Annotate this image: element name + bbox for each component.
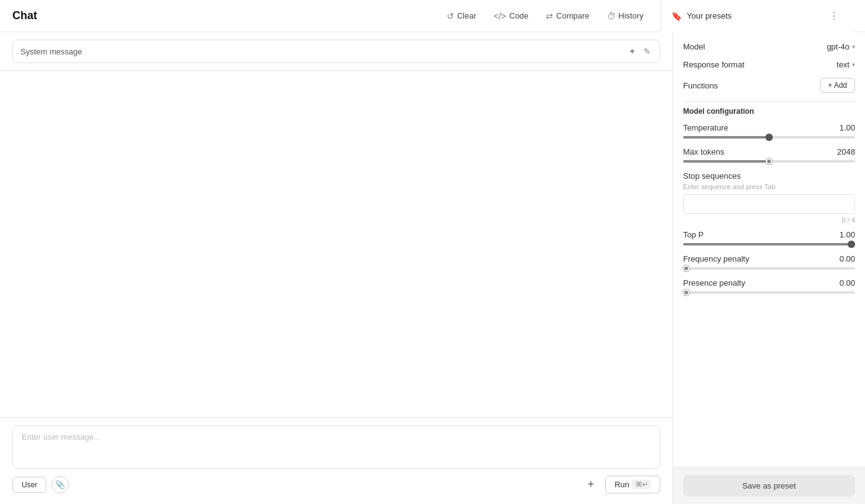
model-config-heading: Model configuration: [683, 107, 855, 116]
max-tokens-fill: [683, 160, 769, 163]
model-row: Model gpt-4o ▾: [683, 42, 855, 51]
system-message-actions: ✦ ✎: [627, 45, 652, 58]
stop-sequences-container: Stop sequences Enter sequence and press …: [683, 171, 855, 224]
temperature-label: Temperature: [683, 123, 728, 132]
temperature-value: 1.00: [840, 123, 855, 132]
system-message-container: System message ✦ ✎: [0, 32, 673, 71]
presence-penalty-row: Presence penalty 0.00: [683, 278, 855, 288]
presence-penalty-container: Presence penalty 0.00: [683, 278, 855, 294]
temperature-thumb[interactable]: [765, 134, 773, 141]
code-button[interactable]: </> Code: [486, 7, 536, 25]
response-format-value-group: text ▾: [837, 60, 855, 69]
frequency-penalty-label: Frequency penalty: [683, 254, 749, 263]
top-p-track[interactable]: [683, 243, 855, 246]
stop-sequences-hint: Enter sequence and press Tab: [683, 183, 855, 190]
frequency-penalty-container: Frequency penalty 0.00: [683, 254, 855, 270]
code-icon: </>: [494, 11, 506, 21]
add-message-button[interactable]: +: [582, 475, 601, 494]
presence-penalty-value: 0.00: [840, 278, 855, 288]
right-panel-spacer: [673, 307, 865, 467]
attach-icon: 📎: [55, 480, 65, 489]
header-actions: ↺ Clear </> Code ⇄ Compare ⏱ History: [439, 7, 651, 25]
message-placeholder: Enter user message...: [22, 432, 100, 442]
top-p-label: Top P: [683, 230, 704, 239]
chat-messages: [0, 71, 673, 417]
chat-input-area: Enter user message... User 📎 + Run ⌘↵: [0, 417, 673, 504]
frequency-penalty-row: Frequency penalty 0.00: [683, 254, 855, 263]
presets-title: Your presets: [687, 11, 820, 20]
max-tokens-row: Max tokens 2048: [683, 147, 855, 156]
max-tokens-container: Max tokens 2048: [683, 147, 855, 163]
response-format-label: Response format: [683, 60, 744, 69]
max-tokens-label: Max tokens: [683, 147, 724, 156]
top-p-value: 1.00: [840, 230, 855, 239]
history-icon: ⏱: [607, 11, 616, 21]
top-p-fill: [683, 243, 855, 246]
clear-button[interactable]: ↺ Clear: [439, 7, 484, 25]
presets-more-button[interactable]: ⋮: [825, 9, 843, 23]
user-role-button[interactable]: User: [12, 477, 46, 493]
system-magic-button[interactable]: ✦: [627, 45, 637, 58]
presence-penalty-thumb[interactable]: [683, 289, 689, 296]
save-preset-button[interactable]: Save as preset: [683, 475, 855, 497]
system-message-header[interactable]: System message ✦ ✎: [12, 40, 660, 63]
save-preset-footer: Save as preset: [673, 467, 865, 504]
compare-button[interactable]: ⇄ Compare: [538, 7, 596, 25]
presence-penalty-track[interactable]: [683, 291, 855, 294]
main-layout: System message ✦ ✎ Enter user message...…: [0, 32, 865, 504]
functions-row: Functions + Add: [683, 78, 855, 93]
max-tokens-value: 2048: [837, 147, 855, 156]
model-label: Model: [683, 42, 705, 51]
max-tokens-track[interactable]: [683, 160, 855, 163]
model-chevron-icon: ▾: [852, 43, 855, 50]
run-shortcut: ⌘↵: [632, 480, 651, 489]
top-p-thumb[interactable]: [848, 241, 855, 248]
temperature-container: Temperature 1.00: [683, 123, 855, 139]
model-value-group: gpt-4o ▾: [827, 42, 855, 51]
response-format-chevron-icon: ▾: [852, 61, 855, 68]
system-message-label: System message: [20, 47, 82, 56]
functions-label: Functions: [683, 81, 718, 90]
config-section: Model gpt-4o ▾ Response format text ▾ Fu…: [673, 32, 865, 307]
response-format-row: Response format text ▾: [683, 60, 855, 69]
temperature-row: Temperature 1.00: [683, 123, 855, 132]
page-title: Chat: [12, 9, 37, 22]
stop-sequences-input[interactable]: [683, 194, 855, 214]
history-button[interactable]: ⏱ History: [600, 7, 651, 25]
frequency-penalty-track[interactable]: [683, 267, 855, 270]
presence-penalty-label: Presence penalty: [683, 278, 745, 288]
max-tokens-thumb[interactable]: [766, 158, 772, 164]
chat-area: System message ✦ ✎ Enter user message...…: [0, 32, 673, 504]
stop-sequences-label: Stop sequences: [683, 171, 855, 181]
frequency-penalty-value: 0.00: [840, 254, 855, 263]
header: Chat ↺ Clear </> Code ⇄ Compare ⏱ Histor…: [0, 0, 865, 32]
top-p-container: Top P 1.00: [683, 230, 855, 246]
stop-sequences-count: 0 / 4: [683, 216, 855, 224]
run-button[interactable]: Run ⌘↵: [605, 476, 660, 493]
presets-icon: 🔖: [671, 11, 682, 21]
frequency-penalty-thumb[interactable]: [683, 265, 689, 271]
presets-header-row: 🔖 Your presets ⋮: [661, 0, 853, 32]
run-label: Run: [614, 480, 629, 489]
right-panel: Model gpt-4o ▾ Response format text ▾ Fu…: [673, 32, 865, 504]
compare-icon: ⇄: [546, 11, 553, 21]
clear-icon: ↺: [447, 11, 454, 21]
functions-add-button[interactable]: + Add: [820, 78, 855, 93]
user-message-input[interactable]: Enter user message...: [12, 425, 660, 469]
model-value: gpt-4o: [827, 42, 850, 51]
chat-input-footer: User 📎 + Run ⌘↵: [12, 475, 660, 494]
response-format-value: text: [837, 60, 850, 69]
attach-button[interactable]: 📎: [51, 476, 69, 493]
top-p-row: Top P 1.00: [683, 230, 855, 239]
divider-1: [683, 101, 855, 102]
temperature-track[interactable]: [683, 136, 855, 139]
temperature-fill: [683, 136, 769, 139]
system-edit-button[interactable]: ✎: [642, 45, 652, 58]
